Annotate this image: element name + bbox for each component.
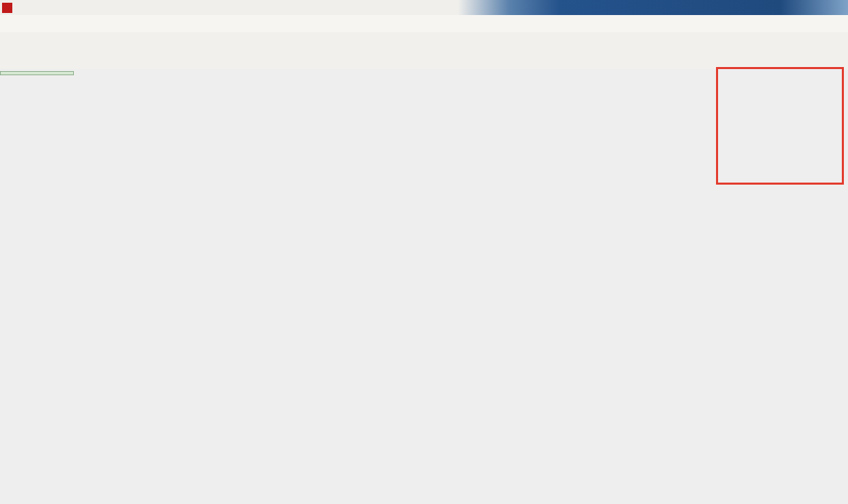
title-bar (0, 0, 848, 16)
annotation-box (716, 67, 844, 185)
symbol-name (0, 71, 74, 75)
main-toolbar (0, 32, 848, 53)
quote-panel (0, 71, 74, 75)
menu-bar (0, 15, 848, 33)
app-logo-icon (2, 3, 12, 13)
